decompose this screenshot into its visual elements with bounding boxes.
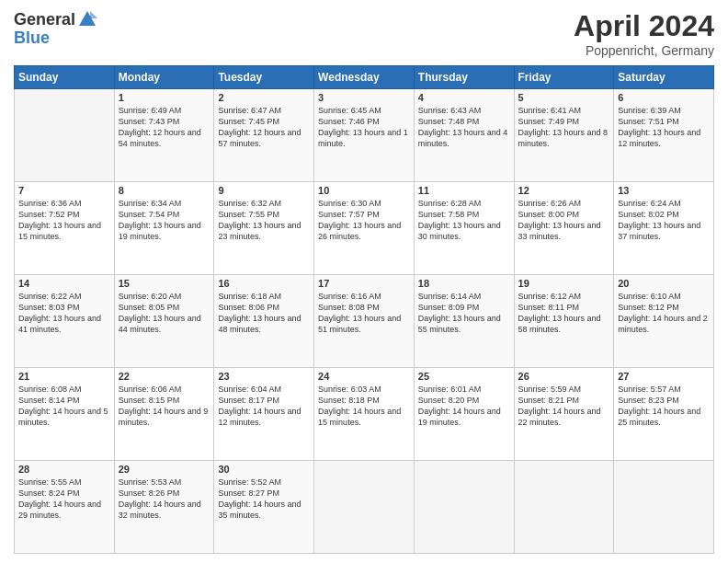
day-number: 29: [119, 464, 210, 475]
day-number: 11: [418, 185, 510, 196]
day-info: Sunrise: 6:18 AMSunset: 8:06 PMDaylight:…: [218, 291, 310, 336]
calendar-cell: 12Sunrise: 6:26 AMSunset: 8:00 PMDayligh…: [514, 182, 614, 275]
day-info: Sunrise: 6:22 AMSunset: 8:03 PMDaylight:…: [18, 291, 110, 336]
day-number: 18: [418, 278, 510, 289]
day-number: 30: [218, 464, 310, 475]
day-number: 20: [618, 278, 710, 289]
weekday-header-wednesday: Wednesday: [314, 66, 415, 89]
day-info: Sunrise: 6:39 AMSunset: 7:51 PMDaylight:…: [618, 105, 710, 150]
logo-icon: [77, 9, 97, 29]
day-number: 4: [418, 92, 510, 103]
calendar-cell: 14Sunrise: 6:22 AMSunset: 8:03 PMDayligh…: [15, 275, 115, 368]
calendar-week-row: 1Sunrise: 6:49 AMSunset: 7:43 PMDaylight…: [15, 89, 714, 182]
day-info: Sunrise: 6:45 AMSunset: 7:46 PMDaylight:…: [318, 105, 410, 150]
day-info: Sunrise: 6:16 AMSunset: 8:08 PMDaylight:…: [318, 291, 410, 336]
logo-general: General: [14, 11, 75, 28]
day-info: Sunrise: 6:03 AMSunset: 8:18 PMDaylight:…: [318, 384, 410, 429]
calendar-cell: 9Sunrise: 6:32 AMSunset: 7:55 PMDaylight…: [214, 182, 314, 275]
calendar-cell: 29Sunrise: 5:53 AMSunset: 8:26 PMDayligh…: [114, 461, 214, 554]
day-number: 22: [119, 371, 210, 382]
day-info: Sunrise: 6:28 AMSunset: 7:58 PMDaylight:…: [418, 198, 510, 243]
day-info: Sunrise: 6:32 AMSunset: 7:55 PMDaylight:…: [218, 198, 310, 243]
day-number: 25: [418, 371, 510, 382]
day-info: Sunrise: 6:20 AMSunset: 8:05 PMDaylight:…: [119, 291, 210, 336]
calendar-cell: 26Sunrise: 5:59 AMSunset: 8:21 PMDayligh…: [514, 368, 614, 461]
calendar-location: Poppenricht, Germany: [574, 43, 714, 58]
header: General Blue April 2024 Poppenricht, Ger…: [14, 9, 714, 58]
day-info: Sunrise: 5:53 AMSunset: 8:26 PMDaylight:…: [119, 477, 210, 522]
calendar-cell: [614, 461, 714, 554]
day-number: 24: [318, 371, 410, 382]
day-number: 19: [518, 278, 610, 289]
calendar-cell: 1Sunrise: 6:49 AMSunset: 7:43 PMDaylight…: [114, 89, 214, 182]
day-info: Sunrise: 6:08 AMSunset: 8:14 PMDaylight:…: [18, 384, 110, 429]
day-info: Sunrise: 6:49 AMSunset: 7:43 PMDaylight:…: [119, 105, 210, 150]
calendar-cell: [15, 89, 115, 182]
day-info: Sunrise: 6:10 AMSunset: 8:12 PMDaylight:…: [618, 291, 710, 336]
day-number: 1: [119, 92, 210, 103]
day-number: 21: [18, 371, 110, 382]
calendar-cell: 21Sunrise: 6:08 AMSunset: 8:14 PMDayligh…: [15, 368, 115, 461]
calendar-cell: [514, 461, 614, 554]
day-number: 7: [18, 185, 110, 196]
day-info: Sunrise: 5:57 AMSunset: 8:23 PMDaylight:…: [618, 384, 710, 429]
day-info: Sunrise: 6:14 AMSunset: 8:09 PMDaylight:…: [418, 291, 510, 336]
day-number: 23: [218, 371, 310, 382]
calendar-cell: 23Sunrise: 6:04 AMSunset: 8:17 PMDayligh…: [214, 368, 314, 461]
day-number: 14: [18, 278, 110, 289]
day-info: Sunrise: 5:55 AMSunset: 8:24 PMDaylight:…: [18, 477, 110, 522]
calendar-cell: 30Sunrise: 5:52 AMSunset: 8:27 PMDayligh…: [214, 461, 314, 554]
day-number: 8: [119, 185, 210, 196]
day-info: Sunrise: 6:47 AMSunset: 7:45 PMDaylight:…: [218, 105, 310, 150]
day-number: 15: [119, 278, 210, 289]
day-number: 9: [218, 185, 310, 196]
calendar-cell: 4Sunrise: 6:43 AMSunset: 7:48 PMDaylight…: [414, 89, 514, 182]
day-info: Sunrise: 6:06 AMSunset: 8:15 PMDaylight:…: [119, 384, 210, 429]
day-number: 12: [518, 185, 610, 196]
day-info: Sunrise: 6:41 AMSunset: 7:49 PMDaylight:…: [518, 105, 610, 150]
calendar-cell: 10Sunrise: 6:30 AMSunset: 7:57 PMDayligh…: [314, 182, 415, 275]
day-number: 26: [518, 371, 610, 382]
day-number: 2: [218, 92, 310, 103]
weekday-header-sunday: Sunday: [15, 66, 115, 89]
calendar-cell: 24Sunrise: 6:03 AMSunset: 8:18 PMDayligh…: [314, 368, 415, 461]
calendar-cell: 22Sunrise: 6:06 AMSunset: 8:15 PMDayligh…: [114, 368, 214, 461]
logo-blue: Blue: [14, 29, 50, 47]
day-number: 3: [318, 92, 410, 103]
day-number: 6: [618, 92, 710, 103]
day-number: 10: [318, 185, 410, 196]
calendar-cell: [314, 461, 415, 554]
day-number: 28: [18, 464, 110, 475]
day-number: 27: [618, 371, 710, 382]
calendar-cell: 6Sunrise: 6:39 AMSunset: 7:51 PMDaylight…: [614, 89, 714, 182]
calendar-cell: 11Sunrise: 6:28 AMSunset: 7:58 PMDayligh…: [414, 182, 514, 275]
title-block: April 2024 Poppenricht, Germany: [574, 9, 714, 58]
day-info: Sunrise: 6:30 AMSunset: 7:57 PMDaylight:…: [318, 198, 410, 243]
day-number: 16: [218, 278, 310, 289]
day-info: Sunrise: 6:26 AMSunset: 8:00 PMDaylight:…: [518, 198, 610, 243]
day-info: Sunrise: 6:04 AMSunset: 8:17 PMDaylight:…: [218, 384, 310, 429]
day-info: Sunrise: 6:01 AMSunset: 8:20 PMDaylight:…: [418, 384, 510, 429]
calendar-cell: 3Sunrise: 6:45 AMSunset: 7:46 PMDaylight…: [314, 89, 415, 182]
calendar-week-row: 28Sunrise: 5:55 AMSunset: 8:24 PMDayligh…: [15, 461, 714, 554]
day-number: 13: [618, 185, 710, 196]
calendar-cell: 27Sunrise: 5:57 AMSunset: 8:23 PMDayligh…: [614, 368, 714, 461]
calendar-cell: 20Sunrise: 6:10 AMSunset: 8:12 PMDayligh…: [614, 275, 714, 368]
calendar-cell: [414, 461, 514, 554]
calendar-title: April 2024: [574, 9, 714, 43]
calendar-cell: 25Sunrise: 6:01 AMSunset: 8:20 PMDayligh…: [414, 368, 514, 461]
calendar-cell: 8Sunrise: 6:34 AMSunset: 7:54 PMDaylight…: [114, 182, 214, 275]
svg-marker-1: [90, 11, 97, 18]
calendar-week-row: 21Sunrise: 6:08 AMSunset: 8:14 PMDayligh…: [15, 368, 714, 461]
day-info: Sunrise: 5:59 AMSunset: 8:21 PMDaylight:…: [518, 384, 610, 429]
calendar-cell: 28Sunrise: 5:55 AMSunset: 8:24 PMDayligh…: [15, 461, 115, 554]
day-number: 5: [518, 92, 610, 103]
weekday-header-monday: Monday: [114, 66, 214, 89]
day-info: Sunrise: 6:24 AMSunset: 8:02 PMDaylight:…: [618, 198, 710, 243]
weekday-header-row: SundayMondayTuesdayWednesdayThursdayFrid…: [15, 66, 714, 89]
day-number: 17: [318, 278, 410, 289]
day-info: Sunrise: 6:36 AMSunset: 7:52 PMDaylight:…: [18, 198, 110, 243]
calendar-cell: 7Sunrise: 6:36 AMSunset: 7:52 PMDaylight…: [15, 182, 115, 275]
calendar-cell: 2Sunrise: 6:47 AMSunset: 7:45 PMDaylight…: [214, 89, 314, 182]
weekday-header-friday: Friday: [514, 66, 614, 89]
